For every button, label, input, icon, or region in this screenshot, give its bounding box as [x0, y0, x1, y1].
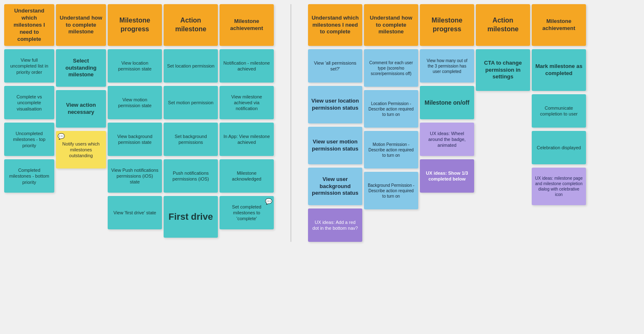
r-card-background-describe[interactable]: Background Permission - Describe action … — [364, 172, 418, 209]
col-milestone-progress: Milestone progress View location permiss… — [108, 4, 162, 242]
card-view-motion-state[interactable]: View motion permission state — [108, 86, 162, 119]
r-card-ux-wheel[interactable]: UX ideas: Wheel around the badge, animat… — [420, 123, 474, 156]
card-first-drive[interactable]: First drive — [164, 196, 218, 238]
card-view-push-state[interactable]: View Push notifications permissions (iOS… — [108, 159, 162, 193]
r-card-ux-red-dot[interactable]: UX ideas: Add a red dot in the bottom na… — [308, 208, 362, 242]
board: Understand which milestones I need to co… — [0, 0, 644, 246]
col-r-milestone-achievement: Milestone achievement Mark milestone as … — [532, 4, 586, 242]
card-completed-bottom[interactable]: Completed milestones - bottom priority — [4, 159, 54, 193]
col-understand-how: Understand how to complete milestone Sel… — [56, 4, 106, 242]
left-section: Understand which milestones I need to co… — [4, 4, 274, 242]
card-view-first-drive[interactable]: View 'first drive' state — [108, 196, 162, 229]
card-notification-achieved[interactable]: Notification - milestone achieved — [220, 49, 274, 83]
card-complete-vs-uncomplete[interactable]: Complete vs uncomplete visualisation — [4, 86, 54, 119]
header-milestone-achievement: Milestone achievement — [220, 4, 274, 46]
col-r-understand-how: Understand how to complete milestone Com… — [364, 4, 418, 242]
r-header-understand-which: Understand which milestones I need to co… — [308, 4, 362, 46]
r-card-milestone-onoff[interactable]: Milestone on/off — [420, 86, 474, 119]
section-divider — [290, 4, 291, 242]
card-view-background-state[interactable]: View background permission state — [108, 123, 162, 156]
card-view-location-state[interactable]: View location permission state — [108, 49, 162, 83]
card-set-background-perm[interactable]: Set background permissions — [164, 123, 218, 156]
col-milestone-achievement: Milestone achievement Notification - mil… — [220, 4, 274, 242]
card-view-full-list[interactable]: View full uncompleted list in priority o… — [4, 49, 54, 83]
card-view-milestone-via-notif[interactable]: View milestone achieved via notification — [220, 86, 274, 119]
col-action-milestone: Action milestone Set location permission… — [164, 4, 218, 242]
r-card-view-how-many[interactable]: View how many out of the 3 permission ha… — [420, 49, 474, 83]
card-set-location-perm[interactable]: Set location permission — [164, 49, 218, 83]
card-set-motion-perm[interactable]: Set motion permission — [164, 86, 218, 119]
header-action-milestone: Action milestone — [164, 4, 218, 46]
r-card-view-user-background-status[interactable]: View user background permission status — [308, 168, 362, 205]
header-milestone-progress: Milestone progress — [108, 4, 162, 46]
header-understand-which: Understand which milestones I need to co… — [4, 4, 54, 46]
header-understand-how: Understand how to complete milestone — [56, 4, 106, 46]
r-card-cta-change-permission[interactable]: CTA to change permission in settings — [476, 49, 530, 91]
r-card-ux-show-third[interactable]: UX ideas: Show 1/3 completed below — [420, 159, 474, 193]
card-in-app-view-milestone[interactable]: In App: View milestone achieved — [220, 123, 274, 156]
r-header-milestone-progress: Milestone progress — [420, 4, 474, 46]
r-card-motion-describe[interactable]: Motion Permission - Describe action requ… — [364, 131, 418, 168]
r-card-view-all-permissions[interactable]: View 'all permissions set?' — [308, 49, 362, 83]
r-card-view-user-location-status[interactable]: View user location permission status — [308, 86, 362, 123]
r-card-view-user-motion-status[interactable]: View user motion permission status — [308, 127, 362, 164]
r-card-celebration-displayed[interactable]: Celebration displayed — [532, 131, 586, 164]
card-milestone-acknowledged[interactable]: Milestone acknowledged — [220, 159, 274, 193]
r-card-ux-milestone-page[interactable]: UX ideas: milestone page and milestone c… — [532, 168, 586, 205]
col-r-understand-which: Understand which milestones I need to co… — [308, 4, 362, 242]
r-card-location-describe[interactable]: Location Permission - Describe action re… — [364, 90, 418, 128]
col-understand-which: Understand which milestones I need to co… — [4, 4, 54, 242]
card-view-action-necessary[interactable]: View action necessary — [56, 90, 106, 128]
col-r-action-milestone: Action milestone CTA to change permissio… — [476, 4, 530, 242]
card-select-outstanding[interactable]: Select outstanding milestone — [56, 49, 106, 87]
comment-icon: 💬 — [58, 133, 65, 140]
r-card-mark-milestone-completed[interactable]: Mark milestone as completed — [532, 49, 586, 91]
card-notify-users[interactable]: 💬 Notify users which milestones outstand… — [56, 131, 106, 168]
comment-icon-set-completed: 💬 — [265, 198, 272, 205]
r-header-understand-how: Understand how to complete milestone — [364, 4, 418, 46]
col-r-milestone-progress: Milestone progress View how many out of … — [420, 4, 474, 242]
r-card-communicate-completion[interactable]: Communicate completion to user — [532, 94, 586, 128]
card-uncompleted-top[interactable]: Uncompleted milestones - top priority — [4, 123, 54, 156]
right-section: Understand which milestones I need to co… — [308, 4, 586, 242]
r-header-action-milestone: Action milestone — [476, 4, 530, 46]
r-header-milestone-achievement: Milestone achievement — [532, 4, 586, 46]
card-set-completed[interactable]: 💬 Set completed milestones to 'complete' — [220, 196, 274, 229]
r-card-comment-user-type[interactable]: Comment for each user type (score/no sco… — [364, 49, 418, 87]
card-push-notif-ios[interactable]: Push notifications permissions (iOS) — [164, 159, 218, 193]
